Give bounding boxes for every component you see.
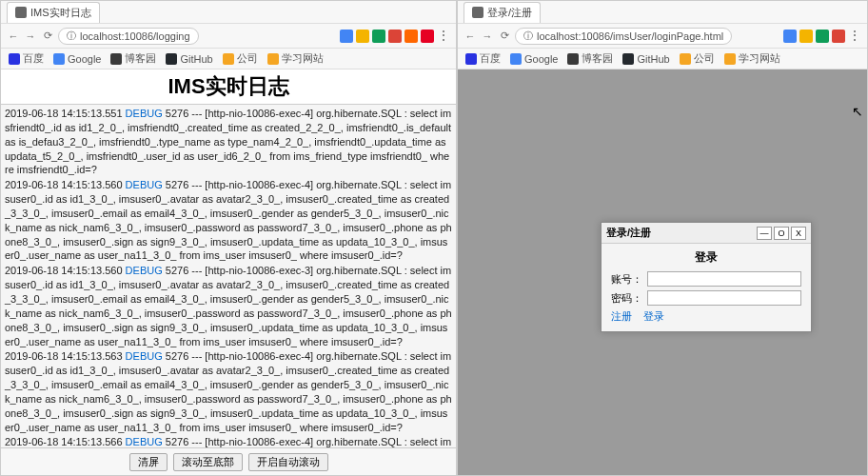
bookmarks-bar: 百度 Google 博客园 GitHub 公司 学习网站 [1,49,456,69]
bookmark-label: Google [524,53,558,65]
url-field[interactable]: ⓘ localhost:10086/logging [58,28,199,45]
url-text: localhost:10086/imsUser/loginPage.html [537,30,723,42]
menu-icon[interactable]: ⋮ [437,30,450,43]
register-link[interactable]: 注册 [611,309,632,324]
google-icon [510,53,522,65]
forward-icon[interactable]: → [24,30,37,43]
ext-icon[interactable] [832,30,845,43]
bookmarks-bar: 百度 Google 博客园 GitHub 公司 学习网站 [458,49,867,69]
browser-tab[interactable]: 登录/注册 [464,2,541,23]
clear-button[interactable]: 清屏 [129,453,168,471]
browser-window-left: IMS实时日志 ← → ⟳ ⓘ localhost:10086/logging … [0,0,457,476]
log-level: DEBUG [126,265,163,276]
github-icon [622,53,634,65]
page-title: IMS实时日志 [1,69,456,104]
extension-icons: ⋮ [783,30,861,43]
ext-icon[interactable] [356,30,369,43]
titlebar: 登录/注册 [458,1,867,24]
bookmark-item[interactable]: 学习网站 [267,51,324,66]
bookmark-item[interactable]: 百度 [465,51,501,66]
bookmark-item[interactable]: 博客园 [110,51,156,66]
bookmark-item[interactable]: GitHub [622,53,669,65]
ext-icon[interactable] [783,30,797,43]
log-entry: 2019-06-18 14:15:13.551 DEBUG 5276 --- [… [5,107,452,177]
tab-title: IMS实时日志 [30,6,91,20]
ext-icon[interactable] [404,30,418,43]
bookmark-label: GitHub [180,53,212,65]
minimize-button[interactable]: — [757,227,772,240]
close-button[interactable]: X [791,227,806,240]
address-bar: ← → ⟳ ⓘ localhost:10086/imsUser/loginPag… [458,24,867,49]
password-input[interactable] [647,290,801,306]
info-icon: ⓘ [523,30,533,43]
ext-icon[interactable] [340,30,353,43]
account-input[interactable] [647,271,801,287]
reload-icon[interactable]: ⟳ [41,30,54,43]
tab-title: 登录/注册 [487,6,532,20]
back-icon[interactable]: ← [464,30,477,43]
url-text: localhost:10086/logging [80,30,190,42]
log-level: DEBUG [126,179,163,190]
bookmark-item[interactable]: 学习网站 [724,51,780,66]
forward-icon[interactable]: → [481,30,494,43]
log-level: DEBUG [126,350,163,362]
cnblogs-icon [110,53,122,65]
password-label: 密码： [611,291,643,306]
info-icon: ⓘ [67,30,76,43]
auto-scroll-button[interactable]: 开启自动滚动 [248,453,328,471]
bookmark-item[interactable]: GitHub [166,53,212,65]
bookmark-label: 学习网站 [739,51,780,66]
dialog-header[interactable]: 登录/注册 — O X [602,223,811,244]
reload-icon[interactable]: ⟳ [498,30,511,43]
log-body[interactable]: 2019-06-18 14:15:13.551 DEBUG 5276 --- [… [1,104,456,448]
baidu-icon [465,53,477,65]
log-page: IMS实时日志 2019-06-18 14:15:13.551 DEBUG 52… [1,69,456,475]
login-link[interactable]: 登录 [643,309,664,324]
log-footer: 清屏 滚动至底部 开启自动滚动 [1,448,456,475]
dialog-links: 注册 登录 [611,309,801,324]
login-page: ↖ 登录/注册 — O X 登录 账号： 密码： [458,69,867,475]
mouse-cursor-icon: ↖ [852,104,863,119]
bookmark-item[interactable]: 百度 [9,51,44,66]
bookmark-label: 百度 [23,51,44,66]
dialog-subtitle: 登录 [611,249,801,266]
maximize-button[interactable]: O [774,227,789,240]
ext-icon[interactable] [799,30,813,43]
bookmark-label: 百度 [480,51,501,66]
folder-icon [267,53,279,65]
bookmark-label: 公司 [237,51,258,66]
ext-icon[interactable] [388,30,402,43]
bookmark-label: GitHub [637,53,669,65]
favicon-icon [15,7,27,18]
login-dialog: 登录/注册 — O X 登录 账号： 密码： 注册 [601,222,812,332]
baidu-icon [9,53,20,65]
folder-icon [223,53,234,65]
bookmark-item[interactable]: Google [510,53,558,65]
favicon-icon [472,7,483,18]
menu-icon[interactable]: ⋮ [848,30,861,43]
bookmark-item[interactable]: 博客园 [567,51,613,66]
account-field-row: 账号： [611,271,801,287]
ext-icon[interactable] [816,30,829,43]
folder-icon [680,53,691,65]
bookmark-item[interactable]: 公司 [223,51,258,66]
log-entry: 2019-06-18 14:15:13.566 DEBUG 5276 --- [… [5,435,452,448]
ext-icon[interactable] [421,30,434,43]
log-entry: 2019-06-18 14:15:13.560 DEBUG 5276 --- [… [5,178,452,263]
browser-tab[interactable]: IMS实时日志 [7,2,100,23]
bookmark-item[interactable]: 公司 [680,51,715,66]
bookmark-label: 学习网站 [282,51,324,66]
scroll-bottom-button[interactable]: 滚动至底部 [173,453,243,471]
password-field-row: 密码： [611,290,801,306]
ext-icon[interactable] [372,30,385,43]
dialog-window-buttons: — O X [757,227,806,240]
bookmark-label: 博客园 [582,51,613,66]
log-level: DEBUG [126,436,163,447]
url-field[interactable]: ⓘ localhost:10086/imsUser/loginPage.html [515,28,732,45]
bookmark-label: Google [68,53,101,65]
browser-window-right: 登录/注册 ← → ⟳ ⓘ localhost:10086/imsUser/lo… [457,0,868,476]
bookmark-item[interactable]: Google [53,53,101,65]
back-icon[interactable]: ← [7,30,20,43]
cnblogs-icon [567,53,579,65]
titlebar: IMS实时日志 [1,1,456,24]
